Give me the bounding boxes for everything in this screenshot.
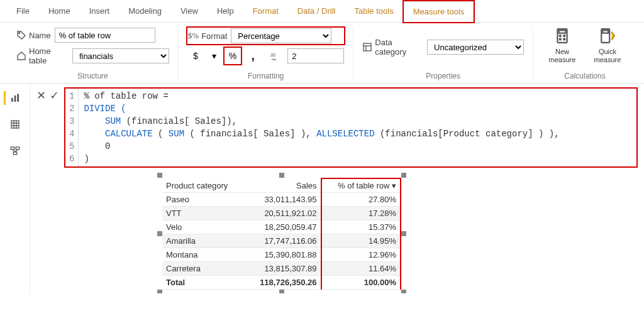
table-row: VTT20,511,921.0217.28%	[162, 207, 401, 220]
report-view-button[interactable]	[4, 91, 21, 105]
currency-button[interactable]: $	[187, 48, 204, 64]
data-view-button[interactable]	[6, 117, 24, 131]
svg-rect-16	[11, 121, 19, 128]
sort-desc-icon: ▾	[392, 181, 396, 190]
table-icon	[10, 119, 20, 129]
svg-text:.00: .00	[270, 53, 276, 57]
svg-rect-14	[14, 95, 16, 102]
home-table-label: Home table	[16, 46, 69, 65]
col-percent-table-row[interactable]: % of table row ▾	[321, 178, 401, 193]
table-row: Carretera13,815,307.8911.64%	[162, 262, 401, 276]
formula-code[interactable]: % of table row = DIVIDE ( SUM (financial…	[79, 89, 564, 166]
group-formatting-label: Formatting	[248, 72, 284, 80]
tab-modeling[interactable]: Modeling	[119, 1, 170, 21]
tab-home[interactable]: Home	[40, 1, 79, 21]
col-sales[interactable]: Sales	[244, 178, 321, 193]
group-properties: Data category Uncategorized Properties	[353, 28, 533, 80]
new-measure-button[interactable]: New measure	[542, 28, 582, 67]
commit-formula-button[interactable]: ✓	[50, 89, 59, 102]
format-icon: $%	[188, 31, 199, 41]
format-select[interactable]: Percentage	[231, 28, 331, 43]
home-table-select[interactable]: financials	[72, 48, 169, 63]
ribbon: Name Home table financials Structure $%	[0, 23, 644, 84]
svg-rect-13	[11, 98, 13, 102]
col-product-category[interactable]: Product category	[162, 178, 244, 193]
percent-button[interactable]: %	[225, 48, 241, 64]
category-icon	[362, 42, 372, 52]
group-properties-label: Properties	[426, 72, 460, 80]
model-icon	[10, 146, 20, 156]
quick-measure-button[interactable]: Quick measure	[587, 28, 628, 67]
tag-icon	[16, 30, 26, 40]
svg-point-7	[560, 35, 561, 36]
ribbon-tabs: File Home Insert Modeling View Help Form…	[0, 0, 644, 23]
svg-rect-22	[16, 147, 19, 150]
group-structure-label: Structure	[77, 72, 108, 80]
decimal-places-input[interactable]	[287, 48, 344, 63]
format-label: $% Format	[188, 31, 228, 41]
thousands-separator-button[interactable]: ,	[245, 48, 261, 64]
svg-rect-21	[11, 147, 14, 150]
group-structure: Name Home table financials Structure	[8, 28, 179, 80]
svg-point-9	[560, 38, 561, 40]
cancel-formula-button[interactable]: ✕	[36, 89, 46, 102]
table-row: Velo18,250,059.4715.37%	[162, 220, 401, 234]
table-header-row: Product category Sales % of table row ▾	[162, 178, 401, 193]
data-category-select[interactable]: Uncategorized	[427, 40, 524, 55]
table-row: Paseo33,011,143.9527.80%	[162, 193, 401, 207]
svg-point-10	[564, 38, 565, 40]
tab-table-tools[interactable]: Table tools	[345, 1, 402, 21]
data-category-label: Data category	[362, 38, 423, 57]
group-calculations: New measure Quick measure Calculations	[533, 28, 636, 80]
tab-format[interactable]: Format	[244, 1, 287, 21]
table-row: Montana15,390,801.8812.96%	[162, 248, 401, 262]
bar-chart-icon	[10, 93, 20, 103]
decimal-decrease-button[interactable]: .00	[265, 48, 284, 64]
tab-insert[interactable]: Insert	[80, 1, 119, 21]
svg-point-0	[19, 33, 20, 34]
svg-rect-6	[559, 30, 566, 33]
decimal-icon: .00	[269, 51, 279, 61]
tab-help[interactable]: Help	[208, 1, 243, 21]
table-row: Amarilla17,747,116.0614.95%	[162, 234, 401, 248]
svg-point-8	[564, 35, 565, 36]
line-gutter: 123456	[65, 89, 79, 166]
svg-rect-23	[13, 152, 16, 155]
tab-view[interactable]: View	[172, 1, 207, 21]
group-formatting: $% Format Percentage $ ▾ % , .00 Formatt…	[179, 28, 353, 80]
table-total-row: Total118,726,350.26100.00%	[162, 276, 401, 290]
group-calculations-label: Calculations	[564, 72, 605, 80]
svg-rect-12	[602, 30, 608, 33]
svg-rect-2	[364, 43, 371, 51]
svg-rect-15	[17, 94, 19, 102]
calculator-icon	[554, 28, 570, 46]
quick-measure-icon	[599, 28, 616, 46]
table-visual[interactable]: Product category Sales % of table row ▾ …	[162, 178, 401, 290]
comma-icon: ,	[252, 50, 255, 63]
measure-name-input[interactable]	[55, 28, 155, 43]
formula-editor[interactable]: 123456 % of table row = DIVIDE ( SUM (fi…	[64, 87, 638, 168]
currency-dropdown[interactable]: ▾	[208, 48, 221, 64]
tab-data-drill[interactable]: Data / Drill	[289, 1, 345, 21]
canvas-area: ✕ ✓ 123456 % of table row = DIVIDE ( SUM…	[0, 84, 644, 293]
tab-measure-tools[interactable]: Measure tools	[404, 1, 474, 22]
name-label: Name	[16, 30, 51, 40]
view-switcher	[0, 84, 30, 293]
home-icon	[16, 51, 26, 61]
tab-file[interactable]: File	[8, 1, 38, 21]
model-view-button[interactable]	[6, 144, 24, 158]
